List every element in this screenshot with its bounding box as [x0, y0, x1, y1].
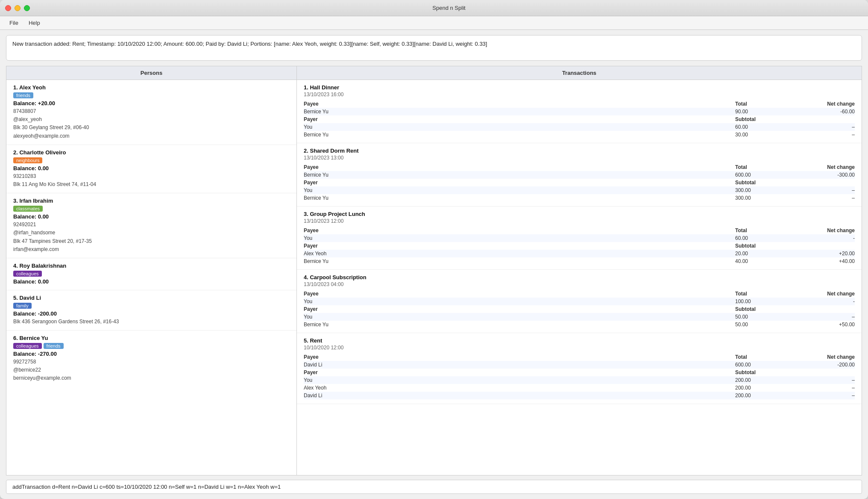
- transaction-table: Payee Total Net change You 100.00 - Paye…: [304, 290, 855, 328]
- person-balance: Balance: 0.00: [13, 278, 290, 285]
- window-title: Spend n Split: [35, 5, 863, 11]
- payer-row: You: [304, 123, 735, 131]
- person-detail: 99272758@bernice22berniceyu@example.com: [13, 358, 290, 383]
- list-item[interactable]: 3. Group Project Lunch 13/10/2023 12:00 …: [297, 207, 862, 270]
- col-total: Total: [735, 353, 786, 361]
- person-name: 1. Alex Yeoh: [13, 84, 290, 91]
- person-balance: Balance: 0.00: [13, 213, 290, 220]
- tag-container: classmates: [13, 206, 290, 212]
- traffic-lights: [5, 5, 30, 11]
- col-total: Total: [735, 227, 786, 234]
- transaction-title: 5. Rent: [304, 337, 855, 344]
- col-netchange: Net change: [786, 100, 855, 108]
- person-name: 4. Roy Balakrishnan: [13, 263, 290, 269]
- transaction-table: Payee Total Net change David Li 600.00 -…: [304, 353, 855, 399]
- transaction-title: 1. Hall Dinner: [304, 84, 855, 91]
- command-input[interactable]: [12, 484, 856, 490]
- persons-list: 1. Alex Yeoh friends Balance: +20.00 874…: [6, 80, 296, 475]
- col-payee: Payee: [304, 163, 735, 171]
- list-item[interactable]: 4. Carpool Subscription 13/10/2023 04:00…: [297, 270, 862, 333]
- col-payee: Payee: [304, 227, 735, 234]
- transactions-list: 1. Hall Dinner 13/10/2023 16:00 Payee To…: [297, 80, 862, 475]
- tag: neighbours: [13, 157, 42, 163]
- list-item[interactable]: 4. Roy Balakrishnan colleagues Balance: …: [6, 258, 296, 290]
- net-change-value: -300.00: [786, 171, 855, 179]
- main-content: Persons 1. Alex Yeoh friends Balance: +2…: [6, 66, 862, 475]
- transaction-table: Payee Total Net change You 60.00 - Payer…: [304, 227, 855, 265]
- minimize-button[interactable]: [15, 5, 21, 11]
- person-name: 3. Irfan Ibrahim: [13, 198, 290, 204]
- close-button[interactable]: [5, 5, 11, 11]
- transaction-date: 13/10/2023 16:00: [304, 92, 855, 97]
- maximize-button[interactable]: [24, 5, 30, 11]
- menu-help[interactable]: Help: [24, 18, 44, 28]
- transaction-title: 2. Shared Dorm Rent: [304, 148, 855, 154]
- col-netchange: Net change: [786, 353, 855, 361]
- person-detail: 93210283Blk 11 Ang Mo Kio Street 74, #11…: [13, 172, 290, 189]
- total-value: 600.00: [735, 171, 786, 179]
- notification-text: New transaction added: Rent; Timestamp: …: [12, 40, 856, 48]
- notification-area: New transaction added: Rent; Timestamp: …: [6, 35, 862, 61]
- person-name: 6. Bernice Yu: [13, 335, 290, 341]
- col-netchange: Net change: [786, 227, 855, 234]
- list-item[interactable]: 2. Charlotte Oliveiro neighbours Balance…: [6, 145, 296, 193]
- tag-container: colleagues friends: [13, 343, 290, 349]
- tag-container: colleagues: [13, 271, 290, 277]
- transactions-header: Transactions: [297, 66, 862, 80]
- subtotal-label: Subtotal: [735, 115, 786, 123]
- col-netchange: Net change: [786, 290, 855, 298]
- tag: classmates: [13, 206, 43, 212]
- titlebar: Spend n Split: [0, 0, 868, 16]
- list-item[interactable]: 5. David Li family Balance: -200.00 Blk …: [6, 290, 296, 331]
- payer-row: Bernice Yu: [304, 131, 735, 139]
- transaction-date: 13/10/2023 12:00: [304, 218, 855, 224]
- transactions-panel: Transactions 1. Hall Dinner 13/10/2023 1…: [296, 66, 862, 475]
- transaction-date: 10/10/2020 12:00: [304, 345, 855, 351]
- transaction-table: Payee Total Net change Bernice Yu 600.00…: [304, 163, 855, 202]
- col-payee: Payee: [304, 290, 735, 298]
- menubar: File Help: [0, 16, 868, 30]
- person-detail: 87438807@alex_yeohBlk 30 Geylang Street …: [13, 107, 290, 140]
- tag-container: friends: [13, 92, 290, 98]
- person-balance: Balance: -270.00: [13, 351, 290, 357]
- transaction-date: 13/10/2023 04:00: [304, 281, 855, 287]
- list-item[interactable]: 2. Shared Dorm Rent 13/10/2023 13:00 Pay…: [297, 143, 862, 207]
- menu-file[interactable]: File: [5, 18, 23, 28]
- tag-container: family: [13, 303, 290, 309]
- transaction-table: Payee Total Net change Bernice Yu 90.00 …: [304, 100, 855, 139]
- person-balance: Balance: 0.00: [13, 165, 290, 171]
- persons-panel: Persons 1. Alex Yeoh friends Balance: +2…: [6, 66, 296, 475]
- col-payee: Payee: [304, 100, 735, 108]
- tag: family: [13, 303, 32, 309]
- list-item[interactable]: 1. Hall Dinner 13/10/2023 16:00 Payee To…: [297, 80, 862, 143]
- tag: friends: [13, 92, 33, 98]
- command-area[interactable]: [6, 480, 862, 494]
- tag-container: neighbours: [13, 157, 290, 163]
- col-total: Total: [735, 100, 786, 108]
- app-window: Spend n Split File Help New transaction …: [0, 0, 868, 499]
- payer-label: Payer: [304, 115, 735, 123]
- transaction-title: 4. Carpool Subscription: [304, 274, 855, 281]
- person-name: 2. Charlotte Oliveiro: [13, 149, 290, 156]
- list-item[interactable]: 1. Alex Yeoh friends Balance: +20.00 874…: [6, 80, 296, 145]
- list-item[interactable]: 5. Rent 10/10/2020 12:00 Payee Total Net…: [297, 333, 862, 404]
- person-balance: Balance: -200.00: [13, 310, 290, 317]
- tag: colleagues: [13, 343, 42, 349]
- person-name: 5. David Li: [13, 295, 290, 301]
- payee-name: Bernice Yu: [304, 171, 735, 179]
- person-balance: Balance: +20.00: [13, 100, 290, 106]
- person-detail: 92492021@irfan_handsomeBlk 47 Tampines S…: [13, 221, 290, 254]
- list-item[interactable]: 6. Bernice Yu colleagues friends Balance…: [6, 331, 296, 387]
- col-netchange: Net change: [786, 163, 855, 171]
- tag: colleagues: [13, 271, 42, 277]
- transaction-title: 3. Group Project Lunch: [304, 211, 855, 217]
- col-payee: Payee: [304, 353, 735, 361]
- net-change-value: -60.00: [786, 108, 855, 115]
- col-total: Total: [735, 163, 786, 171]
- transaction-date: 13/10/2023 13:00: [304, 155, 855, 161]
- total-value: 90.00: [735, 108, 786, 115]
- payee-name: Bernice Yu: [304, 108, 735, 115]
- person-detail: Blk 436 Serangoon Gardens Street 26, #16…: [13, 318, 290, 326]
- list-item[interactable]: 3. Irfan Ibrahim classmates Balance: 0.0…: [6, 193, 296, 258]
- tag: friends: [44, 343, 64, 349]
